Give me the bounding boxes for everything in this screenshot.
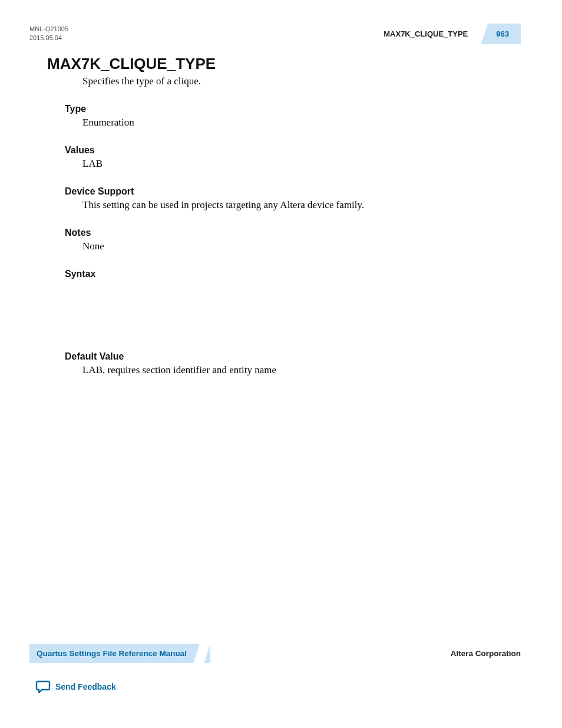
send-feedback-link[interactable]: Send Feedback <box>35 680 116 694</box>
section-body-device-support: This setting can be used in projects tar… <box>82 199 521 211</box>
footer-manual-title-text: Quartus Settings File Reference Manual <box>37 649 187 658</box>
footer-bar: Quartus Settings File Reference Manual A… <box>29 644 521 663</box>
header-right: MAX7K_CLIQUE_TYPE 963 <box>378 24 521 44</box>
doc-id-block: MNL-Q21005 2015.05.04 <box>29 25 68 43</box>
doc-date: 2015.05.04 <box>29 34 68 42</box>
page-number: 963 <box>496 29 509 38</box>
page-content: MNL-Q21005 2015.05.04 MAX7K_CLIQUE_TYPE … <box>0 0 562 376</box>
footer-company: Altera Corporation <box>439 644 521 663</box>
intro-text: Specifies the type of a clique. <box>82 75 521 87</box>
section-body-notes: None <box>82 241 521 252</box>
page-number-badge: 963 <box>478 24 521 44</box>
speech-bubble-icon <box>35 680 51 694</box>
doc-id: MNL-Q21005 <box>29 25 68 34</box>
send-feedback-label: Send Feedback <box>55 682 116 691</box>
section-body-default-value: LAB, requires section identifier and ent… <box>82 364 521 376</box>
section-heading-default-value: Default Value <box>65 351 521 362</box>
section-heading-device-support: Device Support <box>65 186 521 197</box>
page-header: MNL-Q21005 2015.05.04 MAX7K_CLIQUE_TYPE … <box>29 24 521 44</box>
section-body-values: LAB <box>82 158 521 170</box>
section-heading-syntax: Syntax <box>65 269 521 279</box>
section-heading-type: Type <box>65 104 521 114</box>
section-body-syntax <box>82 282 521 335</box>
section-heading-values: Values <box>65 145 521 156</box>
page-title: MAX7K_CLIQUE_TYPE <box>47 55 521 73</box>
running-title: MAX7K_CLIQUE_TYPE <box>378 24 478 44</box>
footer-manual-title[interactable]: Quartus Settings File Reference Manual <box>29 644 210 663</box>
section-heading-notes: Notes <box>65 228 521 238</box>
section-body-type: Enumeration <box>82 117 521 129</box>
